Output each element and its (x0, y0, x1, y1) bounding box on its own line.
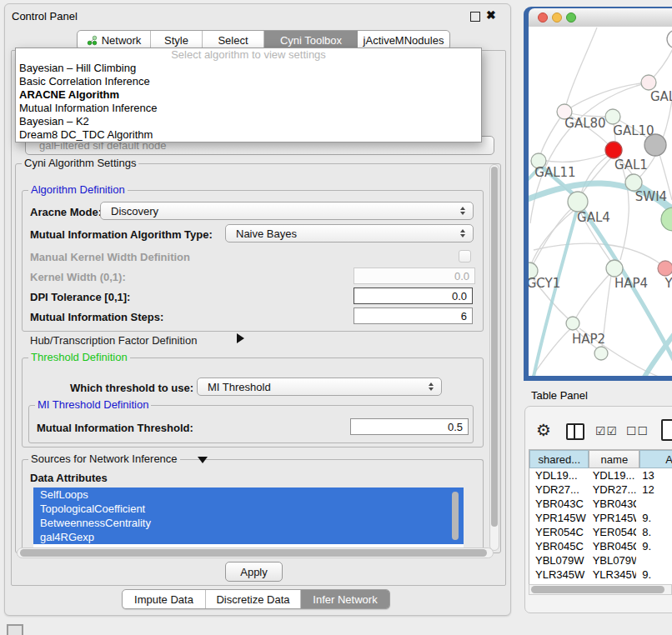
table-toolbar-columns-icon[interactable] (566, 423, 584, 440)
network-node-gal[interactable] (641, 75, 656, 90)
apply-button[interactable]: Apply (225, 562, 283, 582)
network-edge[interactable] (539, 112, 564, 161)
table-toolbar-select-checked-icon[interactable]: ☑☑ (595, 424, 618, 438)
column-header-partial[interactable]: A (639, 450, 672, 468)
expand-arrow-icon[interactable] (237, 333, 244, 343)
control-panel-title: Control Panel (12, 10, 78, 22)
dropdown-item-mutual-information-inference[interactable]: Mutual Information Inference (16, 102, 481, 115)
table-toolbar-select-unchecked-icon[interactable]: ☐☐ (626, 424, 649, 438)
settings-horizontal-scrollbar-thumb[interactable] (20, 549, 487, 557)
dpi-tolerance-field[interactable]: 0.0 (354, 288, 473, 304)
mi-threshold-field[interactable]: 0.5 (350, 418, 469, 435)
data-attributes-list[interactable]: SelfLoops TopologicalCoefficient Between… (33, 488, 464, 548)
dropdown-item-bayesian-hill-climbing[interactable]: Bayesian – Hill Climbing (16, 62, 481, 75)
aracne-mode-combobox[interactable]: Discovery (100, 202, 474, 220)
dropdown-item-dream8-dc-tdc[interactable]: Dream8 DC_TDC Algorithm (16, 128, 481, 142)
table-row[interactable]: YDL19... YDL19... 13 (529, 468, 672, 482)
table-toolbar-gear-icon[interactable]: ⚙ (536, 420, 551, 440)
tab-cyni-toolbox[interactable]: Cyni Toolbox (264, 31, 358, 49)
manual-kernel-width-checkbox[interactable] (459, 250, 471, 262)
network-node-unnamed-9[interactable] (661, 208, 672, 231)
list-item-betweennesscentrality[interactable]: BetweennessCentrality (33, 516, 464, 530)
tab-style[interactable]: Style (151, 31, 203, 49)
sources-group-title: Sources for Network Inference (28, 453, 180, 465)
table-row[interactable]: YER054C YER054C 8. (529, 525, 672, 539)
network-node-unnamed-0[interactable] (667, 30, 672, 48)
mi-algorithm-type-label: Mutual Information Algorithm Type: (30, 228, 213, 241)
cell-value: 8. (636, 526, 672, 538)
float-window-icon[interactable] (470, 12, 480, 22)
network-canvas[interactable]: GALGAL80GAL10GAL1GAL11SWI4GAL4GCY1HAP4YH… (529, 27, 672, 376)
tab-network[interactable]: Network (78, 31, 151, 49)
which-threshold-combobox[interactable]: MI Threshold (197, 378, 442, 396)
tab-jactivemnodules[interactable]: jActiveMNodules (358, 31, 449, 49)
tab-select[interactable]: Select (203, 31, 264, 49)
collapse-arrow-icon[interactable] (198, 457, 208, 463)
mi-threshold-label: Mutual Information Threshold: (37, 422, 193, 434)
table-horizontal-scrollbar-thumb[interactable] (531, 586, 664, 593)
network-edge[interactable] (581, 155, 614, 195)
window-zoom-button[interactable] (566, 12, 576, 22)
network-edge[interactable] (564, 82, 649, 112)
window-minimize-button[interactable] (552, 12, 562, 22)
column-header-name[interactable]: name (589, 450, 639, 468)
table-row[interactable]: YBL079W YBL079W (529, 553, 672, 568)
kernel-width-field[interactable]: 0.0 (354, 268, 475, 284)
attributes-list-scrollbar-thumb[interactable] (452, 492, 459, 540)
close-window-icon[interactable]: ✖ (486, 8, 496, 22)
list-item-gal4rgexp[interactable]: gal4RGexp (33, 530, 464, 544)
network-node-swi4[interactable] (625, 174, 642, 191)
mi-steps-field[interactable]: 6 (354, 308, 473, 324)
table-toolbar-new-table-icon[interactable] (661, 419, 672, 441)
table-row[interactable]: YBR045C YBR045C 9. (529, 539, 672, 553)
table-row[interactable]: YLR345W YLR345W 9. (529, 568, 672, 582)
combo-stepper-icon (457, 229, 469, 238)
network-window-titlebar[interactable] (529, 8, 672, 28)
mi-algorithm-type-combobox[interactable]: Naive Bayes (225, 224, 474, 242)
table-row[interactable]: YPR145W YPR145W 9. (529, 511, 672, 525)
network-node-hap2[interactable] (566, 317, 579, 330)
hub-transcription-section-label[interactable]: Hub/Transcription Factor Definition (30, 334, 197, 347)
cell-name: YDR27... (587, 483, 636, 496)
table-row[interactable]: YBR043C YBR043C (529, 497, 672, 511)
network-node-label: HAP2 (572, 332, 605, 347)
network-node-y[interactable] (658, 261, 672, 276)
attribute-table: shared... name A YDL19... YDL19... 13 YD… (529, 449, 672, 585)
network-edge[interactable] (581, 155, 609, 193)
tab-infer-network[interactable]: Infer Network (301, 590, 389, 608)
network-node-unnamed-14[interactable] (594, 347, 608, 360)
network-node-label: GAL10 (613, 123, 654, 138)
application-root: Control Panel ✖ Network Style Select Cyn… (0, 0, 672, 635)
data-attributes-label: Data Attributes (30, 472, 108, 484)
settings-vertical-scrollbar-thumb[interactable] (491, 167, 498, 527)
network-edge[interactable] (576, 274, 609, 318)
dropdown-item-bayesian-k2[interactable]: Bayesian – K2 (16, 115, 481, 128)
cell-name: YLR345W (587, 568, 636, 581)
minimized-panel-icon[interactable] (7, 624, 23, 635)
window-close-button[interactable] (538, 12, 548, 22)
tab-impute-data[interactable]: Impute Data (123, 590, 206, 608)
network-edge[interactable] (566, 28, 597, 105)
network-node-label: GAL80 (564, 116, 605, 131)
network-node-label: HAP4 (614, 276, 648, 291)
column-header-shared-name[interactable]: shared... (529, 450, 589, 468)
network-edge-highlighted[interactable] (534, 207, 578, 376)
table-row[interactable]: YDR27... YDR27... 12 (529, 482, 672, 497)
mi-steps-label: Mutual Information Steps: (30, 311, 163, 323)
list-item-topologicalcoefficient[interactable]: TopologicalCoefficient (33, 502, 464, 516)
list-item-selfloops[interactable]: SelfLoops (33, 488, 464, 502)
aracne-mode-label: Aracne Mode: (30, 206, 102, 218)
network-edge[interactable] (534, 243, 662, 265)
dropdown-item-basic-correlation-inference[interactable]: Basic Correlation Inference (16, 75, 481, 88)
network-edge[interactable] (530, 82, 649, 223)
tab-discretize-data[interactable]: Discretize Data (206, 590, 301, 608)
cell-shared-name: YDR27... (529, 483, 587, 496)
network-node-hap4[interactable] (606, 260, 623, 277)
network-node-gal4[interactable] (568, 192, 588, 212)
cell-value: 12 (636, 483, 672, 496)
network-node-gal10[interactable] (605, 109, 620, 124)
network-edge[interactable] (619, 158, 629, 260)
network-node-unnamed-5[interactable] (644, 134, 666, 156)
dropdown-item-aracne-algorithm[interactable]: ARACNE Algorithm (16, 88, 481, 102)
network-node-gal1[interactable] (605, 142, 622, 158)
